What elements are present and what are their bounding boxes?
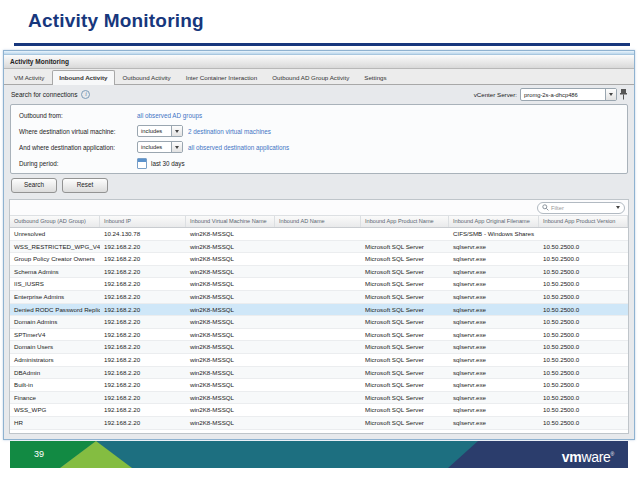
chevron-down-icon[interactable] (171, 126, 182, 136)
table-row[interactable]: Enterprise Admins192.168.2.20win2K8-MSSQ… (10, 291, 628, 304)
tab-outbound-ad-group-activity[interactable]: Outbound AD Group Activity (265, 70, 356, 84)
calendar-icon[interactable] (137, 158, 147, 169)
table-cell: 10.50.2500.0 (539, 316, 628, 328)
destination-vms-link[interactable]: 2 destination virtual machines (188, 128, 271, 135)
table-row[interactable]: Unresolved10.24.130.78win2K8-MSSQLMicros… (10, 430, 628, 434)
table-cell: Microsoft SQL Server (361, 379, 449, 391)
chevron-down-icon[interactable] (171, 142, 182, 152)
table-row[interactable]: Denied RODC Password Replic...192.168.2.… (10, 304, 628, 317)
column-header[interactable]: Inbound App Product Name (361, 216, 449, 227)
criteria-row-outbound-from: Outbound from: all observed AD groups (19, 107, 619, 123)
chevron-down-icon[interactable] (616, 206, 620, 209)
table-cell: Unresolved (10, 228, 100, 240)
vmware-logo-rest: ware (581, 449, 610, 465)
filter-input[interactable]: Filter (537, 202, 625, 214)
table-cell: Microsoft SQL Server (361, 404, 449, 416)
column-header[interactable]: Inbound IP (100, 216, 186, 227)
table-row[interactable]: Built-in192.168.2.20win2K8-MSSQLMicrosof… (10, 379, 628, 392)
table-cell: Microsoft SQL Server (361, 354, 449, 366)
table-cell: 10.50.2500.0 (539, 430, 628, 434)
table-cell: 10.50.2500.0 (539, 341, 628, 353)
table-row[interactable]: Unresolved10.24.130.78win2K8-MSSQLCIFS/S… (10, 228, 628, 241)
table-cell: win2K8-MSSQL (186, 304, 275, 316)
table-row[interactable]: Schema Admins192.168.2.20win2K8-MSSQLMic… (10, 266, 628, 279)
column-header[interactable]: Inbound App Product Version (539, 216, 628, 227)
chevron-down-icon[interactable] (605, 89, 616, 100)
table-cell: 192.168.2.20 (100, 341, 186, 353)
destination-applications-link[interactable]: all observed destination applications (188, 144, 289, 151)
operator-value: includes (138, 144, 171, 150)
column-header[interactable]: Inbound App Original Filename (449, 216, 539, 227)
table-cell (275, 291, 361, 303)
table-cell: Administrators (10, 354, 100, 366)
page-number: 39 (34, 449, 44, 459)
table-cell: Microsoft SQL Server (361, 266, 449, 278)
table-row[interactable]: Group Policy Creator Owners192.168.2.20w… (10, 253, 628, 266)
table-row[interactable]: HR192.168.2.20win2K8-MSSQLMicrosoft SQL … (10, 417, 628, 430)
table-row[interactable]: WSS_WPG192.168.2.20win2K8-MSSQLMicrosoft… (10, 404, 628, 417)
pin-icon[interactable] (620, 89, 627, 100)
table-cell: 10.50.2500.0 (539, 367, 628, 379)
table-cell: 10.50.2500.0 (539, 253, 628, 265)
table-cell: Microsoft SQL Server (361, 341, 449, 353)
reset-button[interactable]: Reset (62, 178, 108, 193)
includes-operator-select[interactable]: includes (137, 125, 183, 137)
vcenter-server-select[interactable]: promg-2s-a-dhcp486 (520, 88, 617, 101)
table-cell: 10.50.2500.0 (539, 392, 628, 404)
table-cell: 192.168.2.20 (100, 253, 186, 265)
criteria-row-destination-vm: Where destination virtual machine: inclu… (19, 123, 619, 139)
tab-vm-activity[interactable]: VM Activity (7, 70, 51, 84)
table-cell: Group Policy Creator Owners (10, 253, 100, 265)
table-cell: Microsoft SQL Server (361, 304, 449, 316)
ad-groups-link[interactable]: all observed AD groups (137, 112, 202, 119)
table-row[interactable]: DBAdmin192.168.2.20win2K8-MSSQLMicrosoft… (10, 367, 628, 380)
table-cell: 192.168.2.20 (100, 367, 186, 379)
column-header[interactable]: Inbound AD Name (275, 216, 361, 227)
table-cell: 10.50.2500.0 (539, 404, 628, 416)
table-cell: 192.168.2.20 (100, 316, 186, 328)
table-cell: Denied RODC Password Replic... (10, 304, 100, 316)
includes-operator-select[interactable]: includes (137, 141, 183, 153)
table-cell: 192.168.2.20 (100, 304, 186, 316)
table-body: Unresolved10.24.130.78win2K8-MSSQLCIFS/S… (10, 228, 628, 433)
column-header[interactable]: Inbound Virtual Machine Name (186, 216, 275, 227)
table-cell (275, 228, 361, 240)
operator-value: includes (138, 128, 171, 134)
table-row[interactable]: SPTimerV4192.168.2.20win2K8-MSSQLMicroso… (10, 329, 628, 342)
tab-inter-container-interaction[interactable]: Inter Container Interaction (179, 70, 265, 84)
table-row[interactable]: WSS_RESTRICTED_WPG_V4192.168.2.20win2K8-… (10, 241, 628, 254)
table-cell (275, 354, 361, 366)
table-cell: sqlservr.exe (449, 291, 539, 303)
tab-inbound-activity[interactable]: Inbound Activity (52, 70, 114, 85)
table-cell: sqlservr.exe (449, 417, 539, 429)
window-titlebar: Activity Monitoring (4, 55, 634, 69)
table-row[interactable]: Domain Users192.168.2.20win2K8-MSSQLMicr… (10, 341, 628, 354)
table-cell: win2K8-MSSQL (186, 253, 275, 265)
table-cell: win2K8-MSSQL (186, 266, 275, 278)
table-cell: Microsoft SQL Server (361, 329, 449, 341)
search-actions: Search Reset (9, 174, 629, 194)
search-panel-header: Search for connections i vCenter Server:… (9, 87, 629, 102)
table-cell: sqlservr.exe (449, 304, 539, 316)
table-cell: win2K8-MSSQL (186, 278, 275, 290)
info-icon[interactable]: i (81, 90, 90, 99)
table-cell: sqlservr.exe (449, 430, 539, 434)
table-cell: Microsoft SQL Server (361, 417, 449, 429)
column-header[interactable]: Outbound Group (AD Group) (10, 216, 100, 227)
tab-settings[interactable]: Settings (357, 70, 393, 84)
activity-monitoring-window: Activity Monitoring VM Activity Inbound … (3, 50, 635, 440)
table-cell: 192.168.2.20 (100, 291, 186, 303)
tab-outbound-activity[interactable]: Outbound Activity (116, 70, 178, 84)
table-cell: SPTimerV4 (10, 329, 100, 341)
table-cell: 10.50.2500.0 (539, 417, 628, 429)
table-cell: 192.168.2.20 (100, 379, 186, 391)
table-row[interactable]: Finance192.168.2.20win2K8-MSSQLMicrosoft… (10, 392, 628, 405)
vcenter-server-label: vCenter Server: (474, 91, 517, 98)
table-row[interactable]: Domain Admins192.168.2.20win2K8-MSSQLMic… (10, 316, 628, 329)
table-row[interactable]: Administrators192.168.2.20win2K8-MSSQLMi… (10, 354, 628, 367)
table-cell: Microsoft SQL Server (361, 241, 449, 253)
table-cell: Microsoft SQL Server (361, 316, 449, 328)
table-cell: 10.24.130.78 (100, 430, 186, 434)
table-row[interactable]: IIS_IUSRS192.168.2.20win2K8-MSSQLMicroso… (10, 278, 628, 291)
search-button[interactable]: Search (11, 178, 57, 193)
